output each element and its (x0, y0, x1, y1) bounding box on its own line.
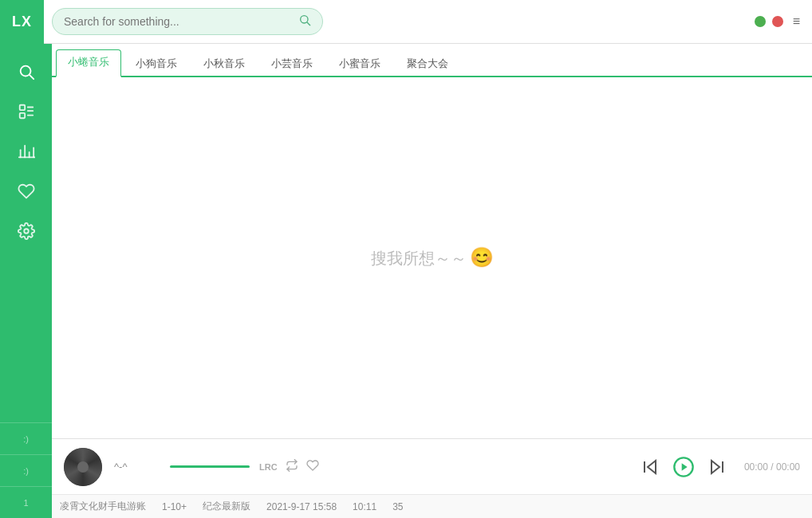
svg-line-3 (30, 75, 34, 79)
search-input[interactable] (64, 15, 294, 28)
tab-xiaomi[interactable]: 小蜜音乐 (327, 51, 392, 77)
menu-icon[interactable]: ≡ (793, 14, 800, 29)
tab-xiaoxuan[interactable]: 小蜷音乐 (56, 49, 121, 77)
search-bar[interactable] (52, 8, 323, 35)
svg-marker-15 (648, 461, 656, 473)
progress-bar-container (170, 465, 250, 468)
content-area: 小蜷音乐 小狗音乐 小秋音乐 小芸音乐 小蜜音乐 聚合大会 搜我所想～～😊 ^-… (52, 44, 812, 518)
svg-rect-5 (19, 113, 24, 118)
app-container: LX ≡ (0, 0, 812, 518)
next-button[interactable] (708, 457, 727, 477)
album-art (64, 448, 102, 486)
player-bar: ^-^ LRC (52, 438, 812, 494)
bottom-item-4: 2021-9-17 15:58 (266, 501, 337, 512)
sidebar-collapse-2[interactable]: :) (0, 454, 52, 486)
album-art-center (77, 461, 89, 473)
sidebar-collapse-3[interactable]: 1 (0, 486, 52, 518)
search-icon[interactable] (298, 14, 311, 29)
sidebar-collapse-1[interactable]: :) (0, 422, 52, 454)
bottom-list-bar: 凌霄文化财手电游账 1-10+ 纪念最新版 2021-9-17 15:58 10… (52, 494, 812, 518)
heart-icon[interactable] (306, 459, 319, 474)
prev-button[interactable] (641, 457, 660, 477)
svg-marker-18 (682, 463, 688, 470)
player-icons: LRC (259, 459, 319, 475)
bottom-item-3: 纪念最新版 (203, 500, 250, 513)
sidebar-item-settings[interactable] (0, 211, 52, 251)
empty-state-text: 搜我所想～～ (371, 249, 467, 267)
sidebar-bottom: :) :) 1 (0, 422, 52, 518)
progress-track[interactable] (170, 465, 250, 468)
lyric-icon[interactable]: LRC (259, 462, 278, 472)
bottom-item-1: 凌霄文化财手电游账 (60, 500, 146, 513)
svg-marker-19 (711, 461, 719, 473)
sidebar-item-playlist[interactable] (0, 92, 52, 131)
now-playing-text: ^-^ (114, 461, 154, 473)
sidebar-item-search[interactable] (0, 52, 52, 92)
repeat-icon[interactable] (286, 459, 298, 475)
tab-xiaogou[interactable]: 小狗音乐 (124, 51, 189, 77)
top-bar: LX ≡ (0, 0, 812, 44)
app-logo: LX (0, 0, 44, 44)
window-controls: ≡ (755, 14, 800, 29)
svg-line-1 (307, 22, 310, 26)
tabs-bar: 小蜷音乐 小狗音乐 小秋音乐 小芸音乐 小蜜音乐 聚合大会 (52, 44, 812, 77)
tab-juhui[interactable]: 聚合大会 (395, 51, 460, 77)
main-layout: :) :) 1 小蜷音乐 小狗音乐 小秋音乐 小芸音乐 小蜜音乐 聚合大会 搜我… (0, 44, 812, 518)
svg-rect-4 (19, 105, 24, 110)
player-controls (641, 456, 727, 478)
main-content: 搜我所想～～😊 (52, 77, 812, 438)
tab-xiaoyun[interactable]: 小芸音乐 (259, 51, 325, 77)
sidebar-item-charts[interactable] (0, 131, 52, 171)
sidebar-item-favorites[interactable] (0, 171, 52, 211)
sidebar: :) :) 1 (0, 44, 52, 518)
svg-point-14 (24, 229, 29, 233)
bottom-item-2: 1-10+ (162, 501, 187, 512)
close-button[interactable] (772, 16, 783, 27)
bottom-item-5: 10:11 (353, 501, 376, 512)
bottom-item-6: 35 (392, 501, 403, 512)
empty-emoji: 😊 (470, 246, 494, 268)
maximize-button[interactable] (755, 16, 766, 27)
time-display: 00:00 / 00:00 (736, 461, 800, 473)
play-button[interactable] (672, 456, 695, 478)
empty-state: 搜我所想～～😊 (371, 246, 494, 269)
tab-xiaoqiu[interactable]: 小秋音乐 (191, 51, 257, 77)
